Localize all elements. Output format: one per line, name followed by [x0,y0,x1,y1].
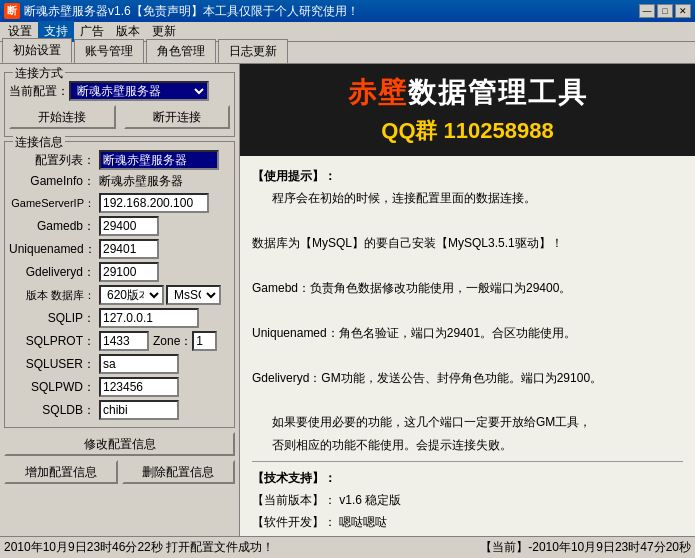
tips-line-10: 如果要使用必要的功能，这几个端口一定要开放给GM工具， [252,412,683,432]
status-left-text: 2010年10月9日23时46分22秒 打开配置文件成功！ [4,539,480,556]
left-panel: 连接方式 当前配置： 断魂赤壁服务器 开始连接 断开连接 连接信息 配置列表： … [0,64,240,536]
tips-line-4: Gamebd：负责角色数据修改功能使用，一般端口为29400。 [252,278,683,298]
window-controls: — □ ✕ [639,4,691,18]
zone-label: Zone： [153,333,192,350]
app-icon: 断 [4,3,20,19]
sqldb-label: SQLDB： [9,402,99,419]
close-button[interactable]: ✕ [675,4,691,18]
tech-support-section: 【技术支持】： 【当前版本】： v1.6 稳定版 【软件开发】： 嗯哒嗯哒 【联… [252,468,683,536]
delete-config-button[interactable]: 删除配置信息 [122,460,236,484]
status-bar: 2010年10月9日23时46分22秒 打开配置文件成功！ 【当前】-2010年… [0,536,695,558]
tech-value-0: v1.6 稳定版 [339,493,401,507]
title-part2: 数据管理工具 [408,77,588,108]
gdeliveryd-input[interactable] [99,262,159,282]
zone-input[interactable] [192,331,217,351]
content-divider [252,461,683,462]
tech-value-1: 嗯哒嗯哒 [339,515,387,529]
sqlpwd-input[interactable] [99,377,179,397]
tips-line-8: Gdeliveryd：GM功能，发送公告、封停角色功能。端口为29100。 [252,368,683,388]
window-title: 断魂赤壁服务器v1.6【免责声明】本工具仅限于个人研究使用！ [24,3,359,20]
tips-line-6: Uniquenamed：角色名验证，端口为29401。合区功能使用。 [252,323,683,343]
config-select[interactable]: 断魂赤壁服务器 [69,81,209,101]
main-content: 连接方式 当前配置： 断魂赤壁服务器 开始连接 断开连接 连接信息 配置列表： … [0,64,695,536]
tips-spacer-2 [252,300,683,320]
maximize-button[interactable]: □ [657,4,673,18]
current-config-label: 当前配置： [9,83,69,100]
config-list-label: 配置列表： [9,152,99,169]
tips-line-11: 否则相应的功能不能使用。会提示连接失败。 [252,435,683,455]
tech-header: 【技术支持】： [252,468,683,488]
tab-account-management[interactable]: 账号管理 [74,39,144,63]
sqldb-input[interactable] [99,400,179,420]
tech-label-1: 【软件开发】： [252,515,336,529]
sqlip-label: SQLIP： [9,310,99,327]
tips-spacer-1 [252,256,683,276]
tips-spacer-3 [252,345,683,365]
connection-info-label: 连接信息 [13,134,65,151]
connection-info-group: 连接信息 配置列表： GameInfo： 断魂赤壁服务器 GameServerI… [4,141,235,428]
uniquenamed-input[interactable] [99,239,159,259]
sqlpwd-label: SQLPWD： [9,379,99,396]
sqluser-input[interactable] [99,354,179,374]
tech-row-2: 【联系 QQ】： 3315160（远程技术支持） [252,533,683,536]
connection-method-group: 连接方式 当前配置： 断魂赤壁服务器 开始连接 断开连接 [4,72,235,137]
tips-header: 【使用提示】： [252,166,683,186]
tech-row-1: 【软件开发】： 嗯哒嗯哒 [252,512,683,532]
gameserverip-label: GameServerIP： [9,196,99,211]
sqluser-label: SQLUSER： [9,356,99,373]
title-part1: 赤壁 [348,77,408,108]
version-select[interactable]: 620版本 [99,285,164,305]
banner-title: 赤壁数据管理工具 [260,74,675,112]
status-right-text: 【当前】-2010年10月9日23时47分20秒 [480,539,691,556]
config-list-input[interactable] [99,150,219,170]
right-content-area: 【使用提示】： 程序会在初始的时候，连接配置里面的数据连接。 数据库为【MySQ… [240,156,695,536]
add-config-button[interactable]: 增加配置信息 [4,460,118,484]
sqlport-input[interactable] [99,331,149,351]
tab-role-management[interactable]: 角色管理 [146,39,216,63]
sqlip-input[interactable] [99,308,199,328]
right-top-banner: 赤壁数据管理工具 QQ群 110258988 [240,64,695,156]
gamedb-input[interactable] [99,216,159,236]
uniquenamed-label: Uniquenamed： [9,241,99,258]
tips-spacer-0 [252,211,683,231]
tips-line-0: 程序会在初始的时候，连接配置里面的数据连接。 [252,188,683,208]
right-panel: 赤壁数据管理工具 QQ群 110258988 【使用提示】： 程序会在初始的时候… [240,64,695,536]
stop-connect-button[interactable]: 断开连接 [124,105,231,129]
tab-log-update[interactable]: 日志更新 [218,39,288,63]
tech-label-0: 【当前版本】： [252,493,336,507]
connection-method-label: 连接方式 [13,65,65,82]
tips-line-2: 数据库为【MySQL】的要自己安装【MySQL3.5.1驱动】！ [252,233,683,253]
gamedb-label: Gamedb： [9,218,99,235]
gameserverip-input[interactable] [99,193,209,213]
tab-bar: 初始设置 账号管理 角色管理 日志更新 [0,42,695,64]
minimize-button[interactable]: — [639,4,655,18]
qq-group-display: QQ群 110258988 [260,116,675,146]
gameinfo-label: GameInfo： [9,173,99,190]
tips-spacer-4 [252,390,683,410]
start-connect-button[interactable]: 开始连接 [9,105,116,129]
gdeliveryd-label: Gdeliveryd： [9,264,99,281]
modify-config-button[interactable]: 修改配置信息 [4,432,235,456]
version-label: 版本 数据库： [9,288,99,303]
tab-initial-settings[interactable]: 初始设置 [2,38,72,63]
tech-row-0: 【当前版本】： v1.6 稳定版 [252,490,683,510]
title-bar: 断 断魂赤壁服务器v1.6【免责声明】本工具仅限于个人研究使用！ — □ ✕ [0,0,695,22]
sqlport-label: SQLPROT： [9,333,99,350]
gameinfo-value: 断魂赤壁服务器 [99,173,183,190]
dbtype-select[interactable]: MsSQL库 [166,285,221,305]
